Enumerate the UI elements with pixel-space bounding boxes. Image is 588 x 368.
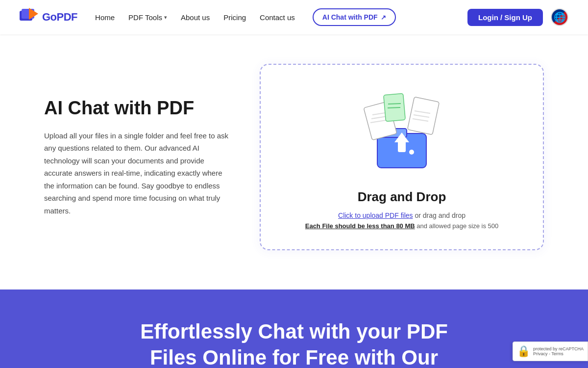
about-link[interactable]: About us bbox=[181, 13, 210, 22]
ai-chat-button[interactable]: AI Chat with PDF ↗ bbox=[313, 8, 396, 26]
svg-point-7 bbox=[409, 150, 414, 155]
recaptcha-protected: protected by reCAPTCHA bbox=[533, 346, 584, 351]
chevron-down-icon: ▾ bbox=[164, 14, 167, 21]
logo-icon bbox=[20, 8, 38, 26]
upload-size-info: Each File should be less than 80 MB and … bbox=[305, 222, 499, 230]
recaptcha-text: protected by reCAPTCHA Privacy - Terms bbox=[533, 346, 584, 356]
logo[interactable]: GoPDF bbox=[20, 8, 77, 26]
bottom-section: Effortlessly Chat with your PDF Files On… bbox=[0, 289, 588, 368]
main-section: AI Chat with PDF Upload all your files i… bbox=[0, 34, 588, 289]
ai-chat-label: AI Chat with PDF bbox=[322, 13, 378, 21]
or-drag-text: or drag and drop bbox=[415, 211, 466, 219]
click-to-upload-link[interactable]: Click to upload PDF files bbox=[338, 211, 413, 219]
upload-hint: Click to upload PDF files or drag and dr… bbox=[338, 211, 466, 219]
navbar-left: GoPDF Home PDF Tools ▾ About us Pricing … bbox=[20, 8, 396, 26]
logo-text: GoPDF bbox=[42, 11, 77, 24]
external-link-icon: ↗ bbox=[381, 14, 386, 21]
nav-links: Home PDF Tools ▾ About us Pricing Contac… bbox=[95, 13, 295, 22]
pricing-link[interactable]: Pricing bbox=[223, 13, 246, 22]
svg-line-17 bbox=[388, 104, 401, 104]
language-selector[interactable]: 🌐 bbox=[551, 8, 568, 26]
page-size-info: and allowed page size is 500 bbox=[415, 222, 499, 230]
navbar: GoPDF Home PDF Tools ▾ About us Pricing … bbox=[0, 0, 588, 34]
bottom-title: Effortlessly Chat with your PDF Files On… bbox=[122, 319, 466, 368]
contact-link[interactable]: Contact us bbox=[260, 13, 295, 22]
page-title: AI Chat with PDF bbox=[44, 97, 230, 120]
login-button[interactable]: Login / Sign Up bbox=[467, 9, 543, 26]
page-description: Upload all your files in a single folder… bbox=[44, 130, 230, 217]
main-left: AI Chat with PDF Upload all your files i… bbox=[44, 97, 230, 217]
size-limit: Each File should be less than 80 MB bbox=[305, 222, 415, 230]
recaptcha-logo: 🔒 bbox=[517, 345, 530, 358]
svg-rect-12 bbox=[407, 97, 439, 134]
svg-line-18 bbox=[388, 107, 400, 108]
recaptcha-links[interactable]: Privacy - Terms bbox=[533, 351, 584, 356]
home-link[interactable]: Home bbox=[95, 13, 115, 22]
drag-drop-title: Drag and Drop bbox=[358, 189, 446, 205]
bottom-title-line1: Effortlessly Chat with your PDF bbox=[140, 320, 448, 343]
upload-dropzone[interactable]: Drag and Drop Click to upload PDF files … bbox=[260, 64, 544, 250]
pdf-tools-label: PDF Tools bbox=[128, 13, 162, 22]
recaptcha-badge: 🔒 protected by reCAPTCHA Privacy - Terms bbox=[513, 342, 588, 361]
navbar-right: Login / Sign Up 🌐 bbox=[467, 8, 568, 26]
upload-illustration bbox=[358, 89, 446, 178]
pdf-tools-link[interactable]: PDF Tools ▾ bbox=[128, 13, 167, 22]
bottom-title-line2: Files Online for Free with Our bbox=[150, 346, 438, 368]
